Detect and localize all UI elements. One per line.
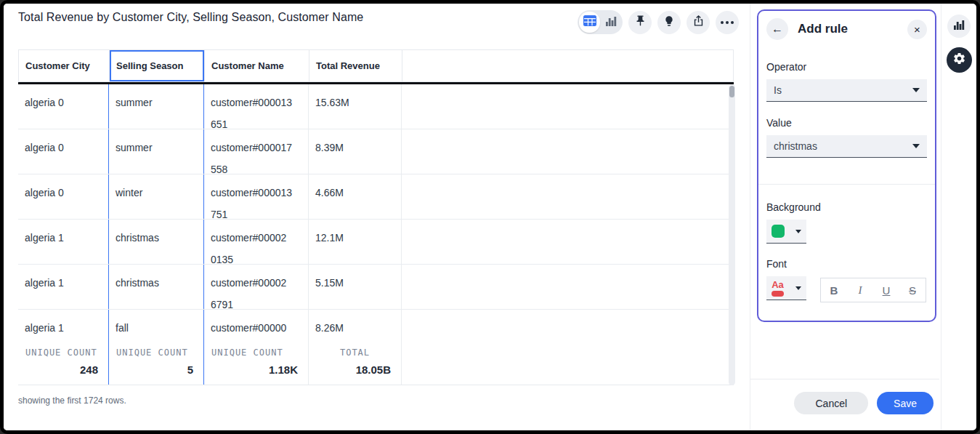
background-label: Background bbox=[766, 201, 927, 213]
cell-customer-city[interactable]: algeria 1 bbox=[18, 310, 109, 339]
rule-panel-section: ← Add rule × Operator Is Value christmas… bbox=[750, 4, 941, 430]
rail-chart-button[interactable] bbox=[947, 15, 971, 38]
summary-empty bbox=[402, 339, 734, 385]
cell-empty bbox=[402, 265, 734, 309]
table-icon bbox=[583, 15, 596, 29]
summary-value: 248 bbox=[18, 363, 108, 376]
strikethrough-button[interactable]: S bbox=[904, 284, 921, 297]
summary-label: UNIQUE COUNT bbox=[109, 347, 203, 358]
close-icon: × bbox=[914, 23, 920, 36]
bar-chart-icon bbox=[953, 19, 965, 33]
table-header-row: Customer City Selling Season Customer Na… bbox=[18, 49, 734, 82]
add-rule-header: ← Add rule × bbox=[766, 18, 927, 40]
add-rule-title: Add rule bbox=[798, 22, 848, 36]
table-body: algeria 0 summer customer#000013 651 15.… bbox=[18, 84, 734, 339]
table-scrollbar[interactable] bbox=[729, 84, 735, 385]
cell-customer-city[interactable]: algeria 1 bbox=[18, 265, 109, 309]
ellipsis-icon bbox=[721, 21, 734, 24]
column-header-customer-name[interactable]: Customer Name bbox=[205, 50, 309, 81]
table-row[interactable]: algeria 1 christmas customer#00002 6791 … bbox=[18, 265, 734, 310]
table-row[interactable]: algeria 0 summer customer#000017 558 8.3… bbox=[18, 129, 734, 174]
summary-label: UNIQUE COUNT bbox=[204, 347, 308, 358]
cell-empty bbox=[402, 129, 734, 174]
scrollbar-thumb[interactable] bbox=[729, 86, 734, 97]
font-color-swatch bbox=[772, 291, 784, 297]
value-value: christmas bbox=[774, 140, 817, 152]
cell-customer-name[interactable]: customer#00000 bbox=[204, 310, 309, 339]
export-button[interactable] bbox=[687, 11, 710, 34]
table-view-button[interactable] bbox=[579, 12, 600, 33]
summary-customer-city: UNIQUE COUNT 248 bbox=[18, 339, 109, 385]
operator-select[interactable]: Is bbox=[766, 79, 927, 102]
chart-view-button[interactable] bbox=[600, 12, 621, 33]
view-toggle bbox=[578, 10, 623, 34]
row-count-note: showing the first 1724 rows. bbox=[18, 395, 126, 406]
cell-selling-season[interactable]: fall bbox=[109, 310, 204, 339]
operator-value: Is bbox=[774, 84, 782, 96]
cell-total-revenue[interactable]: 15.63M bbox=[309, 84, 402, 129]
cell-selling-season[interactable]: christmas bbox=[109, 220, 204, 264]
cell-empty bbox=[402, 310, 734, 339]
cell-customer-city[interactable]: algeria 0 bbox=[18, 84, 109, 129]
chevron-down-icon bbox=[795, 230, 801, 233]
cell-empty bbox=[402, 174, 734, 219]
cell-customer-name[interactable]: customer#000013 751 bbox=[204, 174, 309, 219]
summary-value: 5 bbox=[109, 363, 203, 376]
close-button[interactable]: × bbox=[907, 20, 927, 39]
font-sample: Aa bbox=[772, 280, 784, 289]
cell-total-revenue[interactable]: 8.39M bbox=[309, 129, 402, 174]
gear-icon bbox=[952, 52, 966, 68]
summary-total-revenue: TOTAL 18.05B bbox=[309, 339, 402, 385]
cell-customer-city[interactable]: algeria 0 bbox=[18, 129, 109, 174]
cell-customer-name[interactable]: customer#000017 558 bbox=[204, 129, 309, 174]
pin-icon bbox=[634, 15, 647, 30]
cell-customer-name[interactable]: customer#00002 0135 bbox=[204, 220, 309, 264]
settings-button[interactable] bbox=[947, 47, 972, 73]
cell-customer-city[interactable]: algeria 1 bbox=[18, 220, 109, 264]
underline-button[interactable]: U bbox=[878, 284, 895, 297]
bold-button[interactable]: B bbox=[825, 284, 843, 297]
table-row[interactable]: algeria 0 winter customer#000013 751 4.6… bbox=[18, 174, 734, 220]
background-color-swatch bbox=[772, 225, 785, 238]
text-style-group: B I U S bbox=[820, 278, 926, 302]
column-header-total-revenue[interactable]: Total Revenue bbox=[309, 50, 402, 81]
back-button[interactable]: ← bbox=[766, 18, 788, 40]
more-button[interactable] bbox=[716, 11, 739, 34]
cell-selling-season[interactable]: winter bbox=[109, 174, 204, 219]
page-title: Total Revenue by Customer City, Selling … bbox=[18, 11, 363, 24]
cell-total-revenue[interactable]: 8.26M bbox=[309, 310, 402, 339]
cell-customer-name[interactable]: customer#00002 6791 bbox=[204, 265, 309, 309]
italic-button[interactable]: I bbox=[851, 284, 869, 297]
cell-total-revenue[interactable]: 5.15M bbox=[309, 265, 402, 309]
cell-total-revenue[interactable]: 12.1M bbox=[309, 220, 402, 264]
insights-button[interactable] bbox=[657, 11, 681, 34]
table-row[interactable]: algeria 0 summer customer#000013 651 15.… bbox=[18, 84, 734, 129]
summary-label: TOTAL bbox=[309, 347, 401, 358]
cancel-button[interactable]: Cancel bbox=[794, 392, 868, 414]
data-table: Customer City Selling Season Customer Na… bbox=[18, 49, 734, 385]
table-row[interactable]: algeria 1 fall customer#00000 8.26M bbox=[18, 310, 734, 339]
cell-selling-season[interactable]: summer bbox=[109, 84, 204, 129]
add-rule-card: ← Add rule × Operator Is Value christmas… bbox=[757, 9, 936, 322]
save-button[interactable]: Save bbox=[877, 392, 934, 414]
font-color-chip: Aa bbox=[772, 280, 784, 297]
summary-label: UNIQUE COUNT bbox=[18, 347, 108, 358]
back-arrow-icon: ← bbox=[772, 23, 783, 36]
cell-customer-name[interactable]: customer#000013 651 bbox=[204, 84, 309, 129]
column-header-selling-season[interactable]: Selling Season bbox=[110, 50, 205, 81]
cell-empty bbox=[402, 84, 734, 129]
background-color-picker[interactable] bbox=[766, 220, 806, 244]
cell-customer-city[interactable]: algeria 0 bbox=[18, 174, 109, 219]
summary-value: 1.18K bbox=[204, 363, 308, 376]
value-select[interactable]: christmas bbox=[766, 135, 927, 158]
right-rail bbox=[941, 4, 976, 430]
cell-selling-season[interactable]: christmas bbox=[109, 265, 204, 309]
chevron-down-icon bbox=[912, 144, 920, 148]
table-row[interactable]: algeria 1 christmas customer#00002 0135 … bbox=[18, 220, 734, 265]
cell-selling-season[interactable]: summer bbox=[109, 129, 204, 174]
column-header-customer-city[interactable]: Customer City bbox=[19, 50, 110, 81]
summary-selling-season: UNIQUE COUNT 5 bbox=[109, 339, 204, 385]
pin-button[interactable] bbox=[628, 11, 652, 34]
cell-total-revenue[interactable]: 4.66M bbox=[309, 174, 402, 219]
font-color-picker[interactable]: Aa bbox=[766, 276, 806, 300]
